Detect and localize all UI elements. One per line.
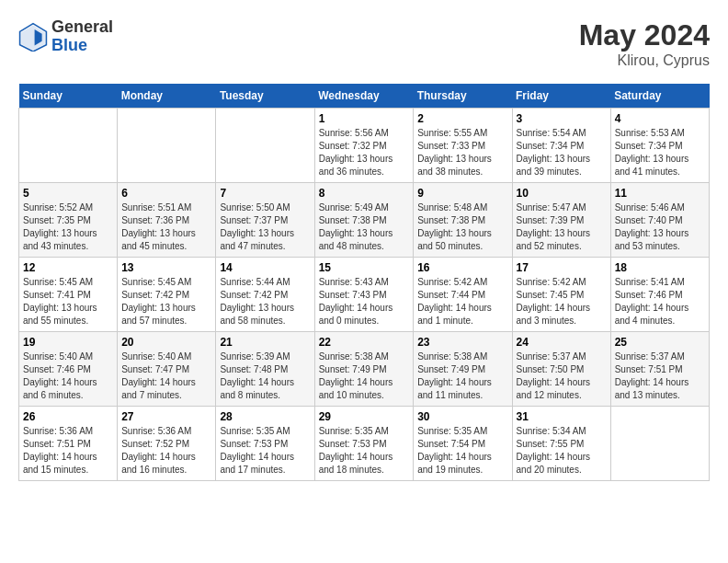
calendar-cell: 20Sunrise: 5:40 AMSunset: 7:47 PMDayligh… — [118, 332, 216, 407]
cell-content: Sunrise: 5:35 AMSunset: 7:53 PMDaylight:… — [319, 425, 410, 477]
cell-content: Sunrise: 5:35 AMSunset: 7:54 PMDaylight:… — [417, 425, 507, 477]
day-number: 31 — [517, 410, 607, 423]
day-number: 10 — [517, 187, 607, 200]
calendar-cell — [610, 407, 709, 481]
day-number: 4 — [615, 112, 705, 125]
cell-content: Sunrise: 5:41 AMSunset: 7:46 PMDaylight:… — [615, 276, 705, 327]
column-header-monday: Monday — [118, 84, 216, 109]
calendar-cell: 25Sunrise: 5:37 AMSunset: 7:51 PMDayligh… — [610, 332, 709, 407]
day-number: 8 — [319, 187, 410, 200]
day-number: 15 — [319, 261, 410, 274]
calendar-cell: 2Sunrise: 5:55 AMSunset: 7:33 PMDaylight… — [414, 109, 512, 183]
day-number: 26 — [23, 410, 113, 423]
calendar-cell: 17Sunrise: 5:42 AMSunset: 7:45 PMDayligh… — [512, 258, 610, 332]
cell-content: Sunrise: 5:48 AMSunset: 7:38 PMDaylight:… — [417, 201, 507, 253]
cell-content: Sunrise: 5:37 AMSunset: 7:51 PMDaylight:… — [615, 350, 705, 402]
logo-blue-text: Blue — [51, 36, 87, 54]
header-row: SundayMondayTuesdayWednesdayThursdayFrid… — [19, 84, 710, 109]
week-row-5: 26Sunrise: 5:36 AMSunset: 7:51 PMDayligh… — [19, 407, 710, 481]
calendar-cell: 5Sunrise: 5:52 AMSunset: 7:35 PMDaylight… — [19, 183, 118, 258]
week-row-4: 19Sunrise: 5:40 AMSunset: 7:46 PMDayligh… — [19, 332, 710, 407]
column-header-tuesday: Tuesday — [216, 84, 314, 109]
calendar-cell: 22Sunrise: 5:38 AMSunset: 7:49 PMDayligh… — [314, 332, 414, 407]
calendar-cell: 29Sunrise: 5:35 AMSunset: 7:53 PMDayligh… — [314, 407, 414, 481]
day-number: 7 — [220, 187, 310, 200]
month-year: May 2024 — [579, 18, 710, 52]
day-number: 14 — [220, 261, 310, 274]
day-number: 1 — [319, 112, 410, 125]
calendar-cell: 28Sunrise: 5:35 AMSunset: 7:53 PMDayligh… — [216, 407, 314, 481]
cell-content: Sunrise: 5:43 AMSunset: 7:43 PMDaylight:… — [319, 276, 410, 327]
day-number: 30 — [417, 410, 507, 423]
location: Klirou, Cyprus — [579, 52, 710, 69]
day-number: 9 — [417, 187, 507, 200]
page-header: General Blue May 2024 Klirou, Cyprus — [18, 18, 710, 69]
calendar-cell: 9Sunrise: 5:48 AMSunset: 7:38 PMDaylight… — [414, 183, 512, 258]
calendar-cell: 11Sunrise: 5:46 AMSunset: 7:40 PMDayligh… — [610, 183, 709, 258]
column-header-thursday: Thursday — [414, 84, 512, 109]
cell-content: Sunrise: 5:53 AMSunset: 7:34 PMDaylight:… — [615, 127, 705, 178]
calendar-cell: 26Sunrise: 5:36 AMSunset: 7:51 PMDayligh… — [19, 407, 118, 481]
calendar-cell — [216, 109, 314, 183]
column-header-sunday: Sunday — [19, 84, 118, 109]
calendar-cell: 30Sunrise: 5:35 AMSunset: 7:54 PMDayligh… — [414, 407, 512, 481]
calendar-cell: 10Sunrise: 5:47 AMSunset: 7:39 PMDayligh… — [512, 183, 610, 258]
cell-content: Sunrise: 5:56 AMSunset: 7:32 PMDaylight:… — [319, 127, 410, 178]
cell-content: Sunrise: 5:38 AMSunset: 7:49 PMDaylight:… — [319, 350, 410, 402]
day-number: 16 — [417, 261, 507, 274]
day-number: 5 — [23, 187, 113, 200]
cell-content: Sunrise: 5:47 AMSunset: 7:39 PMDaylight:… — [517, 201, 607, 253]
cell-content: Sunrise: 5:44 AMSunset: 7:42 PMDaylight:… — [220, 276, 310, 327]
calendar-cell: 18Sunrise: 5:41 AMSunset: 7:46 PMDayligh… — [610, 258, 709, 332]
calendar-cell — [19, 109, 118, 183]
cell-content: Sunrise: 5:36 AMSunset: 7:52 PMDaylight:… — [121, 425, 211, 477]
calendar-cell: 6Sunrise: 5:51 AMSunset: 7:36 PMDaylight… — [118, 183, 216, 258]
calendar-cell: 3Sunrise: 5:54 AMSunset: 7:34 PMDaylight… — [512, 109, 610, 183]
cell-content: Sunrise: 5:34 AMSunset: 7:55 PMDaylight:… — [517, 425, 607, 477]
day-number: 28 — [220, 410, 310, 423]
day-number: 22 — [319, 336, 410, 349]
title-block: May 2024 Klirou, Cyprus — [579, 18, 710, 69]
logo-icon — [18, 22, 48, 52]
day-number: 27 — [121, 410, 211, 423]
calendar-cell: 15Sunrise: 5:43 AMSunset: 7:43 PMDayligh… — [314, 258, 414, 332]
week-row-1: 1Sunrise: 5:56 AMSunset: 7:32 PMDaylight… — [19, 109, 710, 183]
day-number: 3 — [517, 112, 607, 125]
cell-content: Sunrise: 5:45 AMSunset: 7:42 PMDaylight:… — [121, 276, 211, 327]
day-number: 21 — [220, 336, 310, 349]
calendar-cell: 19Sunrise: 5:40 AMSunset: 7:46 PMDayligh… — [19, 332, 118, 407]
cell-content: Sunrise: 5:49 AMSunset: 7:38 PMDaylight:… — [319, 201, 410, 253]
calendar-cell: 31Sunrise: 5:34 AMSunset: 7:55 PMDayligh… — [512, 407, 610, 481]
day-number: 12 — [23, 261, 113, 274]
cell-content: Sunrise: 5:42 AMSunset: 7:45 PMDaylight:… — [517, 276, 607, 327]
logo: General Blue — [18, 18, 113, 55]
day-number: 19 — [23, 336, 113, 349]
cell-content: Sunrise: 5:46 AMSunset: 7:40 PMDaylight:… — [615, 201, 705, 253]
cell-content: Sunrise: 5:40 AMSunset: 7:47 PMDaylight:… — [121, 350, 211, 402]
calendar-cell: 24Sunrise: 5:37 AMSunset: 7:50 PMDayligh… — [512, 332, 610, 407]
calendar-cell — [118, 109, 216, 183]
cell-content: Sunrise: 5:37 AMSunset: 7:50 PMDaylight:… — [517, 350, 607, 402]
cell-content: Sunrise: 5:45 AMSunset: 7:41 PMDaylight:… — [23, 276, 113, 327]
cell-content: Sunrise: 5:39 AMSunset: 7:48 PMDaylight:… — [220, 350, 310, 402]
day-number: 20 — [121, 336, 211, 349]
cell-content: Sunrise: 5:55 AMSunset: 7:33 PMDaylight:… — [417, 127, 507, 178]
cell-content: Sunrise: 5:42 AMSunset: 7:44 PMDaylight:… — [417, 276, 507, 327]
calendar-cell: 4Sunrise: 5:53 AMSunset: 7:34 PMDaylight… — [610, 109, 709, 183]
calendar-cell: 12Sunrise: 5:45 AMSunset: 7:41 PMDayligh… — [19, 258, 118, 332]
calendar-cell: 14Sunrise: 5:44 AMSunset: 7:42 PMDayligh… — [216, 258, 314, 332]
day-number: 6 — [121, 187, 211, 200]
day-number: 25 — [615, 336, 705, 349]
cell-content: Sunrise: 5:50 AMSunset: 7:37 PMDaylight:… — [220, 201, 310, 253]
calendar-table: SundayMondayTuesdayWednesdayThursdayFrid… — [18, 84, 710, 481]
week-row-2: 5Sunrise: 5:52 AMSunset: 7:35 PMDaylight… — [19, 183, 710, 258]
day-number: 13 — [121, 261, 211, 274]
column-header-saturday: Saturday — [610, 84, 709, 109]
calendar-cell: 23Sunrise: 5:38 AMSunset: 7:49 PMDayligh… — [414, 332, 512, 407]
day-number: 29 — [319, 410, 410, 423]
logo-general-text: General — [51, 17, 113, 36]
cell-content: Sunrise: 5:35 AMSunset: 7:53 PMDaylight:… — [220, 425, 310, 477]
cell-content: Sunrise: 5:54 AMSunset: 7:34 PMDaylight:… — [517, 127, 607, 178]
calendar-cell: 21Sunrise: 5:39 AMSunset: 7:48 PMDayligh… — [216, 332, 314, 407]
cell-content: Sunrise: 5:38 AMSunset: 7:49 PMDaylight:… — [417, 350, 507, 402]
